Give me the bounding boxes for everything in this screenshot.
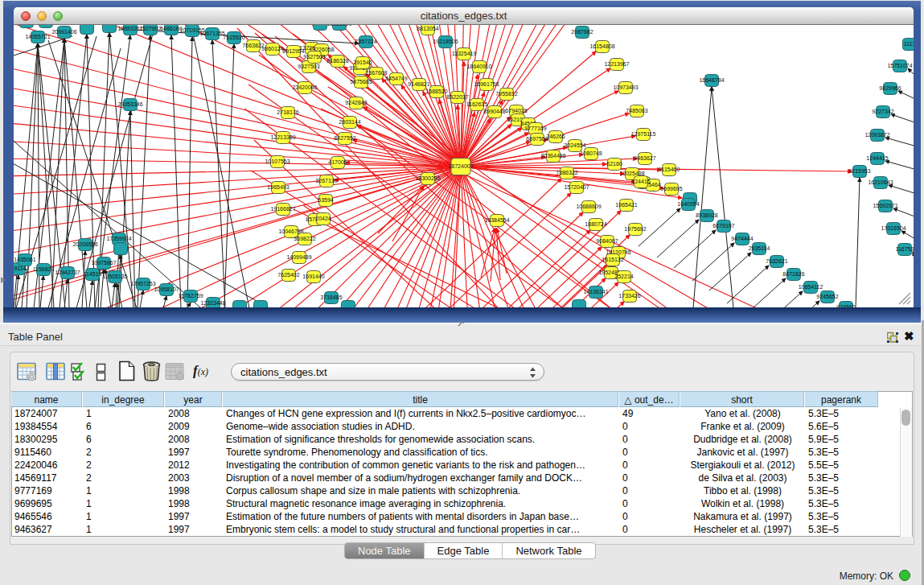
svg-text:114519: 114519 xyxy=(84,271,102,277)
svg-text:791546: 791546 xyxy=(353,60,372,65)
svg-text:16154808: 16154808 xyxy=(589,43,614,49)
svg-text:17359924: 17359924 xyxy=(106,236,131,241)
svg-text:10107553: 10107553 xyxy=(265,159,290,164)
svg-text:1156829: 1156829 xyxy=(33,266,55,272)
svg-text:9860124: 9860124 xyxy=(261,46,283,51)
svg-text:2803144: 2803144 xyxy=(339,119,360,125)
svg-text:7515520: 7515520 xyxy=(223,35,244,40)
svg-text:15692971: 15692971 xyxy=(873,203,897,208)
svg-text:3024554: 3024554 xyxy=(564,142,585,148)
svg-text:124415: 124415 xyxy=(631,179,650,184)
svg-text:14055721: 14055721 xyxy=(25,34,50,39)
svg-text:924560: 924560 xyxy=(836,304,855,307)
svg-text:8471626: 8471626 xyxy=(782,271,804,277)
svg-text:20206536: 20206536 xyxy=(72,241,97,247)
svg-text:252214: 252214 xyxy=(614,274,633,279)
svg-text:20691406: 20691406 xyxy=(51,29,76,35)
svg-text:1527602: 1527602 xyxy=(139,26,161,31)
svg-text:1965421: 1965421 xyxy=(615,202,637,208)
svg-text:12213967: 12213967 xyxy=(604,61,629,67)
svg-text:12213389: 12213389 xyxy=(270,134,295,140)
svg-text:14136141: 14136141 xyxy=(583,289,608,295)
svg-text:1965493: 1965493 xyxy=(267,184,289,190)
svg-text:9146821: 9146821 xyxy=(408,81,429,87)
svg-text:11325419: 11325419 xyxy=(452,51,477,56)
svg-text:6897568: 6897568 xyxy=(526,136,548,142)
svg-text:29053346: 29053346 xyxy=(117,101,142,107)
svg-text:1975692: 1975692 xyxy=(624,226,646,232)
svg-text:9327503: 9327503 xyxy=(303,54,325,60)
svg-text:12323448: 12323448 xyxy=(200,300,225,306)
svg-text:2087682: 2087682 xyxy=(571,29,593,35)
svg-text:7386322: 7386322 xyxy=(556,170,577,175)
svg-text:62160: 62160 xyxy=(606,161,622,167)
svg-text:12505135: 12505135 xyxy=(102,274,127,279)
svg-text:19218506: 19218506 xyxy=(433,39,458,44)
svg-text:3716485: 3716485 xyxy=(320,295,342,300)
svg-text:9245652: 9245652 xyxy=(816,294,838,299)
svg-text:8454749: 8454749 xyxy=(385,76,407,81)
svg-text:1588520: 1588520 xyxy=(425,89,447,94)
svg-text:2718176: 2718176 xyxy=(277,109,298,115)
svg-text:116753: 116753 xyxy=(896,246,914,252)
svg-text:2367608: 2367608 xyxy=(365,70,387,76)
svg-text:1691440: 1691440 xyxy=(302,274,324,279)
svg-text:12975115: 12975115 xyxy=(631,131,656,137)
svg-text:7955812: 7955812 xyxy=(495,91,517,97)
svg-text:10973493: 10973493 xyxy=(613,84,638,90)
svg-text:16033809: 16033809 xyxy=(326,25,351,27)
svg-text:8322037: 8322037 xyxy=(446,94,468,100)
svg-text:10671355: 10671355 xyxy=(199,31,224,36)
svg-text:7357224: 7357224 xyxy=(355,39,376,44)
svg-text:18300295: 18300295 xyxy=(415,175,440,181)
svg-text:19384554: 19384554 xyxy=(484,217,509,223)
svg-text:1615132: 1615132 xyxy=(602,257,623,262)
svg-text:22420046: 22420046 xyxy=(292,84,317,90)
svg-text:7485063: 7485063 xyxy=(626,108,647,113)
svg-text:16782759: 16782759 xyxy=(178,293,203,299)
svg-text:417006: 417006 xyxy=(328,159,347,165)
svg-text:9699695: 9699695 xyxy=(660,186,682,192)
svg-text:1435061: 1435061 xyxy=(14,257,35,262)
svg-text:5875685: 5875685 xyxy=(350,79,372,84)
svg-text:9327503: 9327503 xyxy=(298,64,319,69)
svg-text:6679197: 6679197 xyxy=(713,223,734,229)
svg-text:10654112: 10654112 xyxy=(799,284,823,290)
svg-text:15720407: 15720407 xyxy=(564,184,589,190)
svg-text:3698222: 3698222 xyxy=(294,236,315,241)
svg-text:17016504: 17016504 xyxy=(881,225,906,231)
svg-text:2935114: 2935114 xyxy=(749,245,770,251)
svg-text:8215953: 8215953 xyxy=(848,168,870,174)
svg-text:1117: 1117 xyxy=(904,41,914,47)
svg-text:1244415: 1244415 xyxy=(866,155,888,161)
svg-text:8427552: 8427552 xyxy=(334,135,355,141)
svg-text:9829966: 9829966 xyxy=(879,85,901,91)
svg-text:8938928: 8938928 xyxy=(696,212,717,218)
svg-text:6794028: 6794028 xyxy=(505,108,527,113)
svg-text:10975867: 10975867 xyxy=(91,260,116,266)
svg-text:10025438: 10025438 xyxy=(619,171,644,176)
svg-text:10688609: 10688609 xyxy=(576,204,601,209)
svg-text:8813054: 8813054 xyxy=(417,26,438,31)
svg-text:20424: 20424 xyxy=(315,216,331,221)
svg-text:20364486: 20364486 xyxy=(540,153,565,159)
svg-text:1733426: 1733426 xyxy=(618,293,640,299)
svg-text:15751074: 15751074 xyxy=(887,63,912,68)
svg-text:7625402: 7625402 xyxy=(277,272,299,278)
svg-text:1162615: 1162615 xyxy=(466,101,488,107)
svg-text:1640954: 1640954 xyxy=(677,201,699,207)
svg-text:7632621: 7632621 xyxy=(766,258,787,264)
svg-text:8186328: 8186328 xyxy=(326,58,348,64)
svg-text:53594: 53594 xyxy=(318,197,334,203)
svg-text:9777169: 9777169 xyxy=(524,126,546,131)
svg-text:16210643: 16210643 xyxy=(868,179,893,185)
svg-text:9227342: 9227342 xyxy=(872,109,893,114)
svg-text:9463627: 9463627 xyxy=(634,155,655,161)
svg-text:8990448: 8990448 xyxy=(483,109,505,114)
svg-text:9474444: 9474444 xyxy=(731,236,753,241)
svg-text:9084067: 9084067 xyxy=(596,238,618,244)
svg-text:16961758: 16961758 xyxy=(474,81,499,87)
svg-text:12942737: 12942737 xyxy=(55,270,80,275)
svg-text:9242848: 9242848 xyxy=(345,100,367,105)
svg-text:10958107: 10958107 xyxy=(154,286,179,292)
